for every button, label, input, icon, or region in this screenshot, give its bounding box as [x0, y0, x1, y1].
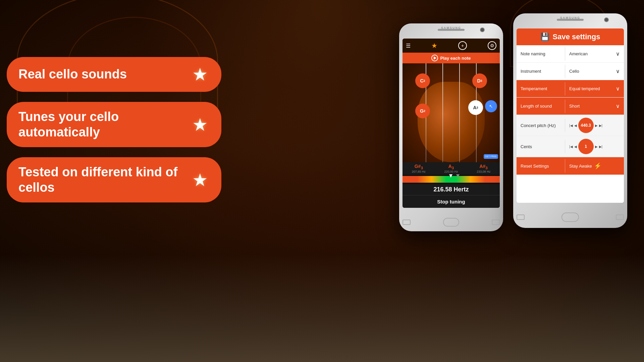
concert-pitch-row: Concert pitch (Hz) |◀ ◀ 440.3 ▶ ▶|	[517, 115, 624, 136]
phone-1-speaker	[438, 29, 465, 31]
instrument-value[interactable]: Cello ∨	[565, 65, 624, 77]
freq-note-name-2: A3	[444, 164, 458, 170]
home-button[interactable]	[443, 218, 459, 227]
phone-tuner: SAMSUNG ☰ ★ + ⚙	[399, 23, 503, 231]
temperament-text: Equal tempered	[569, 86, 600, 91]
play-each-note-label: Play each note	[440, 56, 471, 61]
meter-needle-1	[449, 174, 452, 178]
temperament-row: Temperament Equal tempered ∨	[517, 80, 624, 98]
stay-awake-section[interactable]: Stay Awake ⚡	[565, 160, 624, 172]
instrument-text: Cello	[569, 69, 579, 74]
features-panel: Real cello sounds ★ Tunes your cello aut…	[7, 57, 221, 202]
phone-settings: SAMSUNG 💾 Save settings Note naming	[513, 13, 627, 228]
sheet-music-decoration	[0, 255, 644, 362]
note-d3[interactable]: D3	[472, 73, 487, 88]
feature-item-3: Tested on different kind of cellos ★	[7, 157, 221, 202]
recent-button[interactable]	[492, 220, 500, 225]
play-triangle	[434, 56, 436, 60]
recent-button-2[interactable]	[616, 215, 624, 220]
feature-text-2: Tunes your cello automatically	[18, 109, 185, 140]
length-text: Short	[569, 104, 580, 109]
back-button-2[interactable]	[517, 215, 525, 220]
back-button[interactable]	[402, 220, 411, 225]
instrument-label: Instrument	[517, 66, 565, 76]
feature-text-3: Tested on different kind of cellos	[18, 165, 185, 195]
meter-needle-2	[456, 174, 460, 178]
menu-icon[interactable]: ☰	[406, 43, 411, 49]
cents-next-btn[interactable]: ▶	[595, 145, 598, 148]
cello-area: C2 D3 G2 A3 ↖ GET FREE	[402, 63, 500, 162]
concert-pitch-controls: |◀ ◀ 440.3 ▶ ▶|	[565, 115, 624, 136]
concert-pitch-label: Concert pitch (Hz)	[517, 120, 565, 131]
get-free-badge[interactable]: GET FREE	[484, 154, 498, 159]
phones-container: SAMSUNG ☰ ★ + ⚙	[399, 13, 627, 231]
cursor-icon: ↖	[485, 100, 497, 112]
stay-awake-label: Stay Awake	[569, 164, 592, 169]
settings-screen: 💾 Save settings Note naming American ∨	[517, 28, 624, 203]
add-icon[interactable]: +	[458, 41, 467, 50]
freq-a-sharp: A#3 233,08 Hz	[477, 164, 490, 173]
reset-settings-label[interactable]: Reset Settings	[517, 161, 565, 171]
phone-1-screen: ☰ ★ + ⚙ Play each note	[402, 39, 500, 208]
chevron-down-icon-3: ∨	[616, 85, 620, 92]
note-c2[interactable]: C2	[415, 73, 430, 88]
length-value[interactable]: Short ∨	[565, 100, 624, 112]
note-a3[interactable]: A3	[468, 100, 483, 115]
phone-2-screen: 💾 Save settings Note naming American ∨	[517, 28, 624, 203]
pitch-first-btn[interactable]: |◀	[569, 124, 573, 127]
feature-star-2: ★	[192, 115, 208, 135]
chevron-down-icon-1: ∨	[616, 51, 620, 57]
tuner-screen: ☰ ★ + ⚙ Play each note	[402, 39, 500, 208]
settings-icon[interactable]: ⚙	[488, 41, 496, 50]
pitch-next-btn[interactable]: ▶	[595, 124, 598, 127]
freq-note-hz-2: 220,00 Hz	[444, 170, 458, 173]
settings-body: Note naming American ∨ Instrument	[517, 45, 624, 203]
note-naming-value[interactable]: American ∨	[565, 48, 624, 60]
feature-item-1: Real cello sounds ★	[7, 57, 221, 92]
cents-label: Cents	[517, 141, 565, 152]
home-button-2[interactable]	[561, 213, 579, 222]
favorite-icon[interactable]: ★	[431, 42, 437, 50]
tuner-header: ☰ ★ + ⚙	[402, 39, 500, 53]
cents-controls: |◀ ◀ 1 ▶ ▶|	[565, 136, 624, 157]
phone-1-body: SAMSUNG ☰ ★ + ⚙	[399, 23, 503, 231]
length-label: Length of sound	[517, 101, 565, 111]
freq-a: A3 220,00 Hz	[444, 164, 458, 173]
pitch-control-group: |◀ ◀ 440.3 ▶ ▶|	[569, 118, 602, 133]
note-naming-label: Note naming	[517, 49, 565, 59]
stop-tuning-button[interactable]: Stop tuning	[402, 195, 500, 208]
cents-first-btn[interactable]: |◀	[569, 145, 573, 148]
cents-last-btn[interactable]: ▶|	[599, 145, 603, 148]
instrument-row: Instrument Cello ∨	[517, 63, 624, 80]
note-naming-row: Note naming American ∨	[517, 45, 624, 63]
cents-value: 1	[578, 139, 594, 154]
save-icon: 💾	[540, 33, 549, 41]
pitch-prev-btn[interactable]: ◀	[574, 124, 577, 127]
phone-1-camera	[480, 27, 485, 32]
pitch-last-btn[interactable]: ▶|	[599, 124, 603, 127]
cents-prev-btn[interactable]: ◀	[574, 145, 577, 148]
chevron-down-icon-2: ∨	[616, 68, 620, 74]
phone-2-speaker	[557, 19, 584, 21]
feature-star-3: ★	[192, 170, 208, 190]
hertz-display: 216.58 Hertz	[402, 184, 500, 195]
cents-control-group: |◀ ◀ 1 ▶ ▶|	[569, 139, 602, 154]
note-g2[interactable]: G2	[415, 104, 430, 118]
feature-item-2: Tunes your cello automatically ★	[7, 102, 221, 147]
feature-text-1: Real cello sounds	[18, 67, 185, 82]
cents-row: Cents |◀ ◀ 1 ▶ ▶|	[517, 136, 624, 157]
meter-scale	[402, 176, 500, 183]
feature-star-1: ★	[192, 64, 208, 84]
play-each-note-bar[interactable]: Play each note	[402, 53, 500, 63]
chevron-down-icon-4: ∨	[616, 103, 620, 109]
temperament-label: Temperament	[517, 83, 565, 94]
freq-note-name-3: A#3	[477, 164, 490, 170]
freq-g-sharp: G#3 207,65 Hz	[412, 164, 426, 173]
lightning-icon: ⚡	[594, 162, 601, 170]
reset-stay-awake-row: Reset Settings Stay Awake ⚡	[517, 157, 624, 175]
string-3	[459, 63, 460, 162]
concert-pitch-value: 440.3	[578, 118, 594, 133]
temperament-value[interactable]: Equal tempered ∨	[565, 83, 624, 95]
settings-title: Save settings	[553, 33, 600, 41]
string-2	[442, 63, 443, 162]
